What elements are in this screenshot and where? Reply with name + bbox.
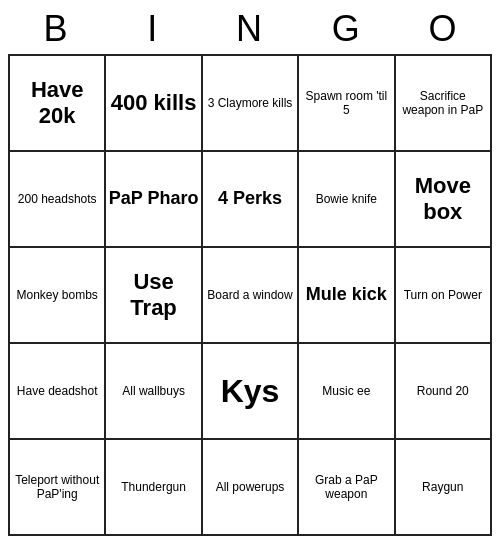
cell-r4-c2: All powerups [202, 439, 298, 535]
cell-r2-c1: Use Trap [105, 247, 201, 343]
cell-r1-c4: Move box [395, 151, 491, 247]
cell-r1-c3: Bowie knife [298, 151, 394, 247]
cell-r0-c2: 3 Claymore kills [202, 55, 298, 151]
cell-r1-c0: 200 headshots [9, 151, 105, 247]
cell-r2-c0: Monkey bombs [9, 247, 105, 343]
cell-r2-c2: Board a window [202, 247, 298, 343]
cell-r3-c3: Music ee [298, 343, 394, 439]
bingo-grid: Have 20k400 kills3 Claymore killsSpawn r… [8, 54, 492, 536]
cell-r0-c3: Spawn room 'til 5 [298, 55, 394, 151]
cell-r2-c3: Mule kick [298, 247, 394, 343]
cell-r0-c1: 400 kills [105, 55, 201, 151]
cell-r3-c1: All wallbuys [105, 343, 201, 439]
header-i: I [105, 8, 202, 50]
cell-r1-c2: 4 Perks [202, 151, 298, 247]
header-o: O [395, 8, 492, 50]
cell-r2-c4: Turn on Power [395, 247, 491, 343]
cell-r4-c4: Raygun [395, 439, 491, 535]
cell-r3-c2: Kys [202, 343, 298, 439]
cell-r3-c4: Round 20 [395, 343, 491, 439]
header-n: N [202, 8, 299, 50]
header-b: B [8, 8, 105, 50]
cell-r0-c4: Sacrifice weapon in PaP [395, 55, 491, 151]
cell-r3-c0: Have deadshot [9, 343, 105, 439]
cell-r4-c3: Grab a PaP weapon [298, 439, 394, 535]
cell-r4-c0: Teleport without PaP'ing [9, 439, 105, 535]
header-g: G [298, 8, 395, 50]
cell-r4-c1: Thundergun [105, 439, 201, 535]
cell-r1-c1: PaP Pharo [105, 151, 201, 247]
cell-r0-c0: Have 20k [9, 55, 105, 151]
bingo-header: B I N G O [8, 8, 492, 50]
